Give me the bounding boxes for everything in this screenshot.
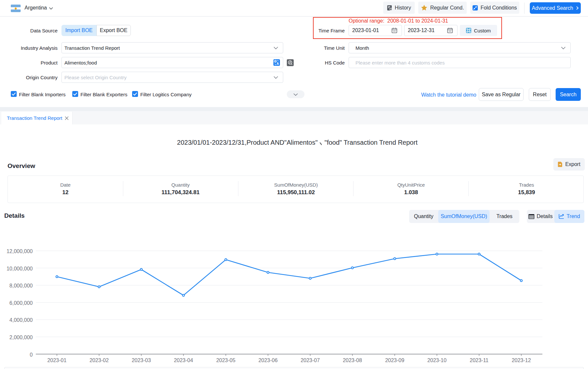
svg-text:6,000,000: 6,000,000 [9,300,33,306]
svg-text:2023-05: 2023-05 [216,358,235,363]
svg-text:2023-09: 2023-09 [385,358,405,363]
svg-text:10,000,000: 10,000,000 [7,266,33,271]
svg-text:2023-07: 2023-07 [301,358,320,363]
svg-text:2023-12: 2023-12 [512,358,531,363]
svg-text:2023-06: 2023-06 [258,358,278,363]
svg-text:8,000,000: 8,000,000 [9,283,33,288]
svg-text:2023-08: 2023-08 [343,358,362,363]
svg-text:2023-02: 2023-02 [90,358,109,363]
svg-text:2023-03: 2023-03 [132,358,151,363]
svg-text:0: 0 [30,352,33,358]
svg-text:2023-10: 2023-10 [427,358,447,363]
svg-text:4,000,000: 4,000,000 [9,317,33,323]
svg-text:2,000,000: 2,000,000 [9,335,33,340]
svg-text:12,000,000: 12,000,000 [7,249,33,254]
svg-text:A: A [277,62,279,65]
svg-text:2023-11: 2023-11 [470,358,489,363]
svg-text:2023-01: 2023-01 [47,358,67,363]
svg-text:2023-04: 2023-04 [174,358,193,363]
